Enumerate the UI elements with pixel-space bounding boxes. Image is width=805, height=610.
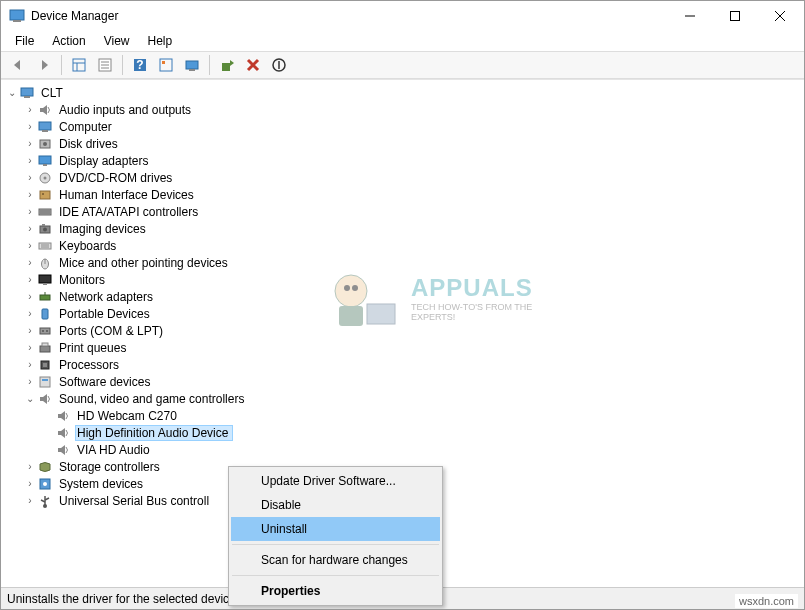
tree-category-node[interactable]: › Portable Devices xyxy=(3,305,802,322)
context-menu-item[interactable]: Update Driver Software... xyxy=(231,469,440,493)
show-hide-tree-button[interactable] xyxy=(67,53,91,77)
chevron-right-icon[interactable]: › xyxy=(23,478,37,489)
tree-category-node[interactable]: › Keyboards xyxy=(3,237,802,254)
tree-category-node[interactable]: › Imaging devices xyxy=(3,220,802,237)
context-menu-item[interactable]: Disable xyxy=(231,493,440,517)
network-icon xyxy=(37,289,53,305)
tree-node-label: IDE ATA/ATAPI controllers xyxy=(57,205,200,219)
tree-category-node[interactable]: ⌄ Sound, video and game controllers xyxy=(3,390,802,407)
tree-node-label: Human Interface Devices xyxy=(57,188,196,202)
window-controls xyxy=(667,2,802,31)
chevron-right-icon[interactable]: › xyxy=(23,274,37,285)
svg-rect-45 xyxy=(43,283,47,285)
tree-category-node[interactable]: › IDE ATA/ATAPI controllers xyxy=(3,203,802,220)
back-button[interactable] xyxy=(6,53,30,77)
chevron-right-icon[interactable]: › xyxy=(23,359,37,370)
tree-category-node[interactable]: › Monitors xyxy=(3,271,802,288)
storage-icon xyxy=(37,459,53,475)
tree-node-label: Mice and other pointing devices xyxy=(57,256,230,270)
tree-category-node[interactable]: › Disk drives xyxy=(3,135,802,152)
tree-device-node[interactable]: HD Webcam C270 xyxy=(3,407,802,424)
tree-category-node[interactable]: › Computer xyxy=(3,118,802,135)
tree-node-label: Network adapters xyxy=(57,290,155,304)
chevron-right-icon[interactable]: › xyxy=(23,121,37,132)
close-button[interactable] xyxy=(757,2,802,31)
chevron-right-icon[interactable]: › xyxy=(23,495,37,506)
menu-help[interactable]: Help xyxy=(140,32,181,50)
chevron-right-icon[interactable]: › xyxy=(23,376,37,387)
tree-category-node[interactable]: › Display adapters xyxy=(3,152,802,169)
tree-category-node[interactable]: › Software devices xyxy=(3,373,802,390)
chevron-right-icon[interactable]: › xyxy=(23,138,37,149)
tree-root-node[interactable]: ⌄ CLT xyxy=(3,84,802,101)
chevron-right-icon[interactable]: › xyxy=(23,291,37,302)
svg-rect-18 xyxy=(189,69,195,71)
svg-rect-16 xyxy=(162,61,165,64)
svg-rect-57 xyxy=(42,379,48,381)
svg-rect-3 xyxy=(730,12,739,21)
tree-category-node[interactable]: › Processors xyxy=(3,356,802,373)
app-icon xyxy=(9,8,25,24)
tree-category-node[interactable]: › Print queues xyxy=(3,339,802,356)
update-driver-button[interactable] xyxy=(215,53,239,77)
svg-rect-28 xyxy=(43,164,47,166)
context-menu: Update Driver Software...DisableUninstal… xyxy=(228,466,443,606)
chevron-right-icon[interactable]: › xyxy=(23,461,37,472)
tree-category-node[interactable]: › DVD/CD-ROM drives xyxy=(3,169,802,186)
menu-action[interactable]: Action xyxy=(44,32,93,50)
camera-icon xyxy=(37,221,53,237)
disable-button[interactable] xyxy=(267,53,291,77)
computer-icon xyxy=(37,119,53,135)
scan-hardware-button[interactable] xyxy=(180,53,204,77)
context-menu-item[interactable]: Uninstall xyxy=(231,517,440,541)
svg-rect-1 xyxy=(13,20,21,22)
tree-node-label: Software devices xyxy=(57,375,152,389)
usb-icon xyxy=(37,493,53,509)
tree-category-node[interactable]: › Mice and other pointing devices xyxy=(3,254,802,271)
chevron-right-icon[interactable]: › xyxy=(23,104,37,115)
maximize-button[interactable] xyxy=(712,2,757,31)
svg-rect-27 xyxy=(39,156,51,164)
chevron-right-icon[interactable]: › xyxy=(23,206,37,217)
tree-node-label: High Definition Audio Device xyxy=(75,425,233,441)
svg-rect-46 xyxy=(40,295,50,300)
svg-rect-53 xyxy=(42,343,48,346)
tree-device-node[interactable]: VIA HD Audio xyxy=(3,441,802,458)
chevron-right-icon[interactable]: › xyxy=(23,325,37,336)
tree-node-label: Storage controllers xyxy=(57,460,162,474)
chevron-right-icon[interactable]: › xyxy=(23,172,37,183)
tree-node-label: Monitors xyxy=(57,273,107,287)
menu-file[interactable]: File xyxy=(7,32,42,50)
chevron-down-icon[interactable]: ⌄ xyxy=(5,87,19,98)
svg-point-50 xyxy=(42,330,44,332)
help-button[interactable]: ? xyxy=(128,53,152,77)
toolbar-separator xyxy=(209,55,210,75)
tree-device-node[interactable]: High Definition Audio Device xyxy=(3,424,802,441)
svg-rect-0 xyxy=(10,10,24,20)
context-menu-item[interactable]: Scan for hardware changes xyxy=(231,548,440,572)
chevron-right-icon[interactable]: › xyxy=(23,257,37,268)
context-menu-item[interactable]: Properties xyxy=(231,579,440,603)
chevron-right-icon[interactable]: › xyxy=(23,240,37,251)
forward-button[interactable] xyxy=(32,53,56,77)
properties-button[interactable] xyxy=(93,53,117,77)
menu-view[interactable]: View xyxy=(96,32,138,50)
uninstall-button[interactable] xyxy=(241,53,265,77)
window-title: Device Manager xyxy=(31,9,667,23)
chevron-down-icon[interactable]: ⌄ xyxy=(23,393,37,404)
minimize-button[interactable] xyxy=(667,2,712,31)
svg-rect-17 xyxy=(186,61,198,69)
tree-category-node[interactable]: › Human Interface Devices xyxy=(3,186,802,203)
chevron-right-icon[interactable]: › xyxy=(23,342,37,353)
chevron-right-icon[interactable]: › xyxy=(23,308,37,319)
tree-category-node[interactable]: › Network adapters xyxy=(3,288,802,305)
tree-category-node[interactable]: › Ports (COM & LPT) xyxy=(3,322,802,339)
svg-rect-56 xyxy=(40,377,50,387)
chevron-right-icon[interactable]: › xyxy=(23,189,37,200)
chevron-right-icon[interactable]: › xyxy=(23,223,37,234)
action-button[interactable] xyxy=(154,53,178,77)
tree-category-node[interactable]: › Audio inputs and outputs xyxy=(3,101,802,118)
chevron-right-icon[interactable]: › xyxy=(23,155,37,166)
svg-rect-6 xyxy=(73,59,85,71)
tree-node-label: Universal Serial Bus controll xyxy=(57,494,211,508)
